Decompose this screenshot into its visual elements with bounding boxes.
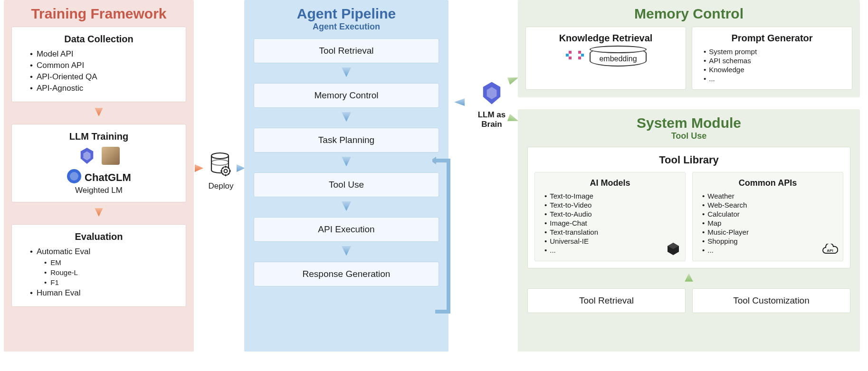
tool-library-box: Tool Library AI Models Text-to-Image Tex… (527, 147, 850, 268)
prompt-generator-title: Prompt Generator (700, 33, 844, 44)
list-item: Text-to-Video (544, 201, 678, 209)
list-item: Web-Search (702, 201, 836, 209)
deploy-label: Deploy (200, 181, 242, 191)
list-item: F1 (30, 278, 177, 286)
loop-arrow-icon (432, 157, 451, 318)
api-cloud-icon: API (822, 244, 838, 258)
agent-pipeline-title: Agent Pipeline (254, 6, 439, 22)
agent-pipeline-panel: Agent Pipeline Agent Execution Tool Retr… (244, 0, 448, 352)
llm-training-box: LLM Training ChatGLM Weighted LM (11, 124, 186, 202)
svg-point-3 (211, 160, 229, 165)
list-item: ... (704, 75, 844, 83)
list-item: API-Agnostic (30, 84, 177, 93)
embedding-cylinder-icon: embedding (590, 48, 647, 67)
svg-rect-14 (566, 54, 569, 57)
tool-library-title: Tool Library (534, 154, 843, 166)
arrow-down-icon (11, 106, 186, 120)
prompt-generator-box: Prompt Generator System prompt API schem… (692, 27, 852, 90)
list-item: Image-Chat (544, 219, 678, 227)
ai-models-box: AI Models Text-to-Image Text-to-Video Te… (534, 172, 686, 261)
training-framework-panel: Training Framework Data Collection Model… (4, 0, 194, 352)
system-module-title: System Module (527, 115, 850, 131)
weighted-lm-label: Weighted LM (20, 186, 177, 195)
pipeline-step: Response Generation (254, 262, 439, 286)
knowledge-retrieval-box: Knowledge Retrieval embedding (525, 27, 686, 90)
list-item: Text-to-Audio (544, 210, 678, 218)
list-item: Automatic Eval (30, 247, 177, 257)
tool-retrieval-box: Tool Retrieval (527, 288, 686, 313)
common-apis-box: Common APIs Weather Web-Search Calculato… (692, 172, 843, 261)
list-item: API-Oriented QA (30, 72, 177, 82)
list-item: Calculator (702, 210, 836, 218)
svg-point-1 (70, 172, 78, 181)
brain-label-1: LLM as (478, 110, 506, 119)
database-gear-icon (210, 152, 232, 179)
list-item: Weather (702, 192, 836, 200)
svg-text:API: API (827, 248, 833, 253)
list-item: Model API (30, 49, 177, 59)
svg-line-12 (222, 173, 223, 174)
svg-rect-17 (578, 51, 581, 54)
list-item: Universal-IE (544, 237, 678, 245)
pipeline-step: Tool Retrieval (254, 38, 439, 63)
arrow-up-icon (527, 272, 850, 285)
svg-rect-15 (569, 51, 572, 54)
arrow-left-icon (453, 97, 466, 107)
list-item: Map (702, 219, 836, 227)
brain-logo-icon (479, 99, 504, 107)
tool-customization-box: Tool Customization (692, 288, 850, 313)
list-item: ... (702, 246, 836, 254)
data-collection-box: Data Collection Model API Common API API… (11, 27, 186, 102)
list-item: Text-to-Image (544, 192, 678, 200)
pipeline-step: Tool Use (254, 172, 439, 197)
pipeline-step: Task Planning (254, 128, 439, 152)
list-item: Music-Player (702, 228, 836, 236)
list-item: EM (30, 258, 177, 266)
svg-line-11 (228, 173, 229, 174)
arrow-down-icon (254, 155, 439, 170)
training-framework-title: Training Framework (11, 6, 186, 22)
chatglm-logo-icon (67, 169, 82, 184)
svg-line-10 (222, 168, 223, 169)
memory-control-title: Memory Control (525, 6, 852, 22)
knowledge-retrieval-title: Knowledge Retrieval (534, 33, 678, 44)
arrow-down-icon (254, 200, 439, 214)
svg-rect-16 (569, 57, 572, 59)
list-item: API schemas (704, 57, 844, 65)
vicuna-logo-icon (102, 147, 120, 165)
arrow-down-icon (254, 245, 439, 259)
list-item: System prompt (704, 48, 844, 56)
model-logo-icon (78, 147, 96, 165)
data-collection-title: Data Collection (20, 34, 177, 45)
brain-label-2: Brain (481, 120, 502, 129)
system-module-panel: System Module Tool Use Tool Library AI M… (518, 109, 860, 352)
svg-rect-19 (581, 54, 584, 57)
data-collection-list: Model API Common API API-Oriented QA API… (20, 49, 177, 93)
arrow-down-icon (254, 66, 439, 80)
cube-icon (666, 242, 680, 258)
pixel-logo-icon (565, 49, 585, 65)
llm-training-title: LLM Training (20, 131, 177, 142)
common-apis-title: Common APIs (699, 178, 836, 188)
pipeline-step: Memory Control (254, 83, 439, 108)
memory-control-panel: Memory Control Knowledge Retrieval embed… (518, 0, 860, 97)
list-item: Rouge-L (30, 268, 177, 276)
list-item: Shopping (702, 237, 836, 245)
agent-pipeline-subtitle: Agent Execution (254, 22, 439, 32)
svg-line-13 (228, 168, 229, 169)
pipeline-step: API Execution (254, 217, 439, 242)
list-item: Common API (30, 61, 177, 70)
list-item: Human Eval (30, 288, 177, 298)
list-item: Text-translation (544, 228, 678, 236)
evaluation-box: Evaluation Automatic Eval EM Rouge-L F1 … (11, 224, 186, 307)
svg-rect-18 (578, 57, 581, 59)
list-item: ... (544, 246, 678, 254)
evaluation-title: Evaluation (20, 231, 177, 242)
arrow-down-icon (254, 111, 439, 125)
list-item: Knowledge (704, 66, 844, 74)
svg-point-2 (211, 153, 229, 159)
system-module-subtitle: Tool Use (527, 131, 850, 141)
arrow-down-icon (11, 206, 186, 220)
ai-models-title: AI Models (542, 178, 678, 188)
chatglm-label: ChatGLM (85, 171, 131, 184)
